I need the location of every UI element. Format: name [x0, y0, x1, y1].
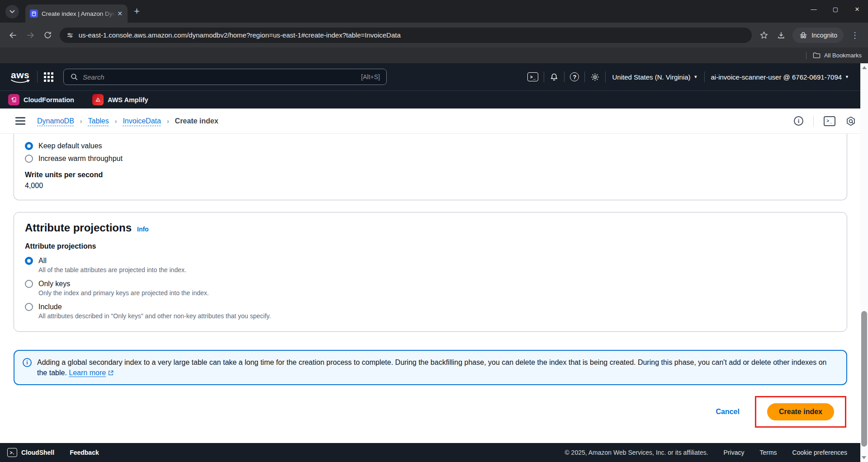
cloudformation-icon: [8, 94, 19, 105]
cloudshell-panel-button[interactable]: >_: [824, 116, 835, 126]
site-settings-icon[interactable]: [66, 31, 74, 39]
region-label: United States (N. Virginia): [612, 73, 690, 81]
search-shortcut-hint: [Alt+S]: [361, 73, 380, 80]
aws-amplify-icon: [92, 94, 104, 105]
aws-logo[interactable]: aws: [11, 70, 31, 84]
radio-description: Only the index and primary keys are proj…: [38, 289, 836, 297]
browser-tab[interactable]: Create index | Amazon Dynamo ✕: [25, 5, 128, 23]
minimize-button[interactable]: —: [803, 0, 825, 18]
radio-option-all[interactable]: All All of the table attributes are proj…: [25, 257, 836, 273]
radio-selected-icon[interactable]: [25, 257, 33, 265]
console-footer: >. CloudShell Feedback © 2025, Amazon We…: [0, 443, 868, 462]
incognito-badge[interactable]: Incognito: [792, 28, 844, 43]
favorite-cloudformation[interactable]: CloudFormation: [8, 94, 74, 105]
info-link[interactable]: Info: [137, 226, 149, 233]
browser-tabstrip: Create index | Amazon Dynamo ✕ + — ▢ ✕: [0, 0, 868, 23]
form-actions: Cancel Create index: [14, 396, 847, 428]
radio-unselected-icon[interactable]: [25, 280, 33, 288]
account-menu[interactable]: ai-invoice-scanner-user @ 6762-0691-7094…: [711, 73, 849, 81]
learn-more-label: Learn more: [69, 369, 106, 377]
tab-search-button[interactable]: [5, 5, 19, 19]
notifications-button[interactable]: [550, 72, 559, 82]
aws-search-box[interactable]: [Alt+S]: [63, 69, 387, 85]
folder-icon: [813, 52, 821, 59]
reload-button[interactable]: [40, 28, 55, 43]
create-index-button[interactable]: Create index: [767, 403, 834, 420]
downloads-button[interactable]: [773, 28, 789, 43]
region-selector[interactable]: United States (N. Virginia) ▼: [612, 73, 697, 81]
back-button[interactable]: [5, 28, 21, 43]
browser-menu-button[interactable]: ⋮: [847, 28, 863, 43]
scrollbar-thumb[interactable]: [861, 311, 867, 447]
breadcrumb-tables[interactable]: Tables: [88, 117, 109, 125]
all-bookmarks-label: All Bookmarks: [824, 52, 862, 59]
cookie-preferences-link[interactable]: Cookie preferences: [792, 449, 847, 456]
radio-option-include[interactable]: Include All attributes described in "Onl…: [25, 303, 836, 320]
radio-unselected-icon[interactable]: [25, 303, 33, 311]
radio-label: Only keys: [38, 280, 70, 288]
forward-button[interactable]: [23, 28, 38, 43]
scroll-down-arrow-icon[interactable]: [862, 456, 866, 459]
breadcrumb-invoicedata[interactable]: InvoiceData: [123, 117, 161, 125]
radio-label: All: [38, 257, 47, 265]
terms-link[interactable]: Terms: [759, 449, 777, 456]
radio-increase-warm-throughput[interactable]: Increase warm throughput: [25, 155, 836, 163]
radio-selected-icon[interactable]: [25, 142, 33, 150]
page-scrollbar[interactable]: [860, 63, 868, 462]
feedback-label: Feedback: [70, 449, 99, 456]
breadcrumb-separator: ›: [115, 118, 117, 125]
privacy-link[interactable]: Privacy: [724, 449, 745, 456]
header-separator: [544, 71, 544, 82]
help-icon: ?: [570, 72, 579, 81]
maximize-button[interactable]: ▢: [825, 0, 846, 18]
radio-label: Include: [38, 303, 62, 311]
cloudshell-header-button[interactable]: >_: [527, 72, 538, 81]
cloudshell-icon: >.: [7, 448, 17, 457]
amazon-q-button[interactable]: [845, 115, 856, 127]
all-bookmarks-button[interactable]: All Bookmarks: [813, 52, 862, 59]
new-tab-button[interactable]: +: [134, 5, 140, 17]
projections-field-label: Attribute projections: [25, 242, 836, 250]
capacity-card: Keep default values Increase warm throug…: [14, 134, 847, 200]
copyright-text: © 2025, Amazon Web Services, Inc. or its…: [564, 449, 708, 456]
back-arrow-icon: [9, 31, 18, 40]
help-button[interactable]: ?: [570, 72, 579, 81]
feedback-button[interactable]: Feedback: [70, 449, 99, 456]
main-content: Keep default values Increase warm throug…: [0, 134, 868, 443]
aws-header-right: >_ ? United States (N. Virginia) ▼ ai-in…: [522, 71, 861, 82]
close-button[interactable]: ✕: [846, 0, 868, 18]
tab-close-icon[interactable]: ✕: [116, 9, 124, 18]
url-input[interactable]: [79, 31, 746, 39]
favorite-aws-amplify[interactable]: AWS Amplify: [92, 94, 148, 105]
download-icon: [777, 31, 786, 40]
star-icon: [759, 31, 768, 40]
services-grid-button[interactable]: [44, 72, 53, 82]
breadcrumb-dynamodb[interactable]: DynamoDB: [37, 117, 74, 125]
address-bar[interactable]: [60, 28, 752, 43]
bell-icon: [550, 72, 559, 82]
cloudshell-icon: >_: [527, 72, 538, 81]
aws-smile-icon: [11, 80, 30, 84]
cancel-button[interactable]: Cancel: [716, 408, 739, 416]
learn-more-link[interactable]: Learn more: [69, 369, 114, 377]
forward-arrow-icon: [26, 31, 35, 40]
search-icon: [70, 73, 78, 81]
search-input[interactable]: [83, 73, 361, 81]
radio-unselected-icon[interactable]: [25, 155, 33, 163]
write-units-value: 4,000: [25, 182, 836, 190]
side-menu-button[interactable]: [15, 117, 25, 125]
radio-keep-default[interactable]: Keep default values: [25, 142, 836, 150]
cloudshell-footer-button[interactable]: >. CloudShell: [7, 448, 54, 457]
settings-button[interactable]: [590, 72, 600, 82]
reload-icon: [43, 31, 52, 39]
radio-option-only-keys[interactable]: Only keys Only the index and primary key…: [25, 280, 836, 297]
favorites-bar: CloudFormation AWS Amplify: [0, 90, 868, 108]
favorite-label: CloudFormation: [24, 96, 74, 104]
aws-header: aws [Alt+S] >_ ? United States (N. Virgi…: [0, 63, 868, 90]
info-panel-button[interactable]: i: [794, 116, 803, 126]
header-separator: [584, 71, 585, 82]
bookmark-star-button[interactable]: [756, 28, 772, 43]
account-label: ai-invoice-scanner-user @ 6762-0691-7094: [711, 73, 842, 81]
browser-toolbar: Incognito ⋮: [0, 23, 868, 47]
scroll-up-arrow-icon[interactable]: [862, 66, 867, 69]
